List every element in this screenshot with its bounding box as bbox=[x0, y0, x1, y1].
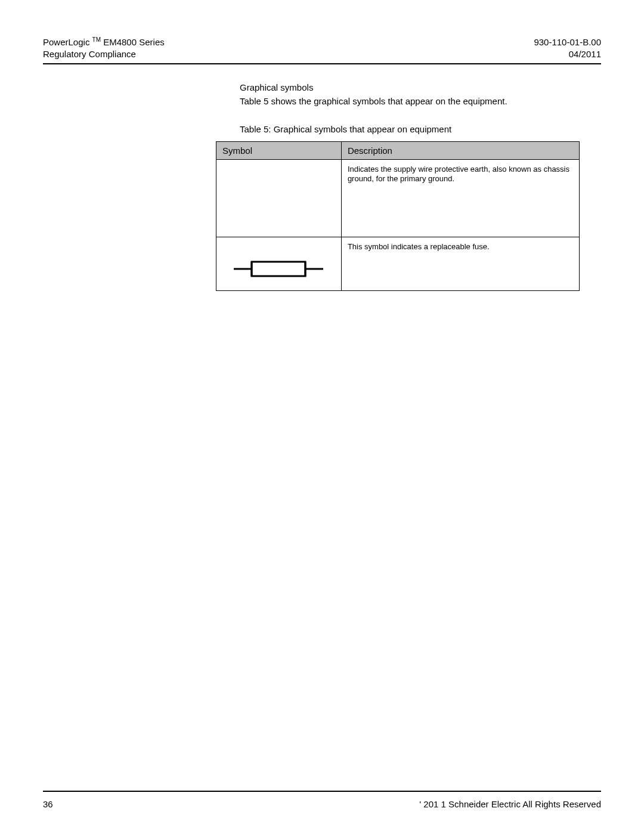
header-doc-number: 930-110-01-B.00 bbox=[534, 36, 601, 48]
content-area: Graphical symbols Table 5 shows the grap… bbox=[240, 82, 601, 291]
header-product-pre: PowerLogic bbox=[43, 37, 92, 47]
table-row: Indicates the supply wire protective ear… bbox=[216, 159, 580, 237]
intro-paragraph: Table 5 shows the graphical symbols that… bbox=[240, 96, 601, 106]
description-cell: Indicates the supply wire protective ear… bbox=[341, 159, 579, 237]
page-header: PowerLogic TM EM4800 Series Regulatory C… bbox=[43, 36, 601, 61]
symbol-cell-fuse bbox=[216, 237, 342, 290]
header-doc-date: 04/2011 bbox=[534, 48, 601, 60]
header-right: 930-110-01-B.00 04/2011 bbox=[534, 36, 601, 61]
table-header-row: Symbol Description bbox=[216, 141, 580, 159]
footer-row: 36 ' 201 1 Schneider Electric All Rights… bbox=[43, 799, 601, 809]
fuse-icon bbox=[234, 257, 323, 281]
table-caption: Table 5: Graphical symbols that appear o… bbox=[240, 124, 601, 134]
header-product-post: EM4800 Series bbox=[101, 37, 165, 47]
copyright-text: ' 201 1 Schneider Electric All Rights Re… bbox=[419, 799, 601, 809]
header-rule bbox=[43, 63, 601, 64]
symbol-cell-earth bbox=[216, 159, 342, 237]
table-header-symbol: Symbol bbox=[216, 141, 342, 159]
footer-rule bbox=[43, 791, 601, 792]
page-footer: 36 ' 201 1 Schneider Electric All Rights… bbox=[43, 791, 601, 809]
svg-rect-2 bbox=[252, 262, 305, 276]
table-row: This symbol indicates a replaceable fuse… bbox=[216, 237, 580, 290]
header-left: PowerLogic TM EM4800 Series Regulatory C… bbox=[43, 36, 165, 61]
header-product-line: PowerLogic TM EM4800 Series bbox=[43, 36, 165, 48]
page: PowerLogic TM EM4800 Series Regulatory C… bbox=[0, 0, 644, 833]
symbols-table: Symbol Description Indicates the supply … bbox=[216, 141, 580, 291]
table-header-description: Description bbox=[341, 141, 579, 159]
description-cell: This symbol indicates a replaceable fuse… bbox=[341, 237, 579, 290]
page-number: 36 bbox=[43, 799, 53, 809]
trademark-symbol: TM bbox=[92, 36, 101, 43]
header-section-name: Regulatory Compliance bbox=[43, 48, 165, 60]
section-title: Graphical symbols bbox=[240, 82, 601, 92]
